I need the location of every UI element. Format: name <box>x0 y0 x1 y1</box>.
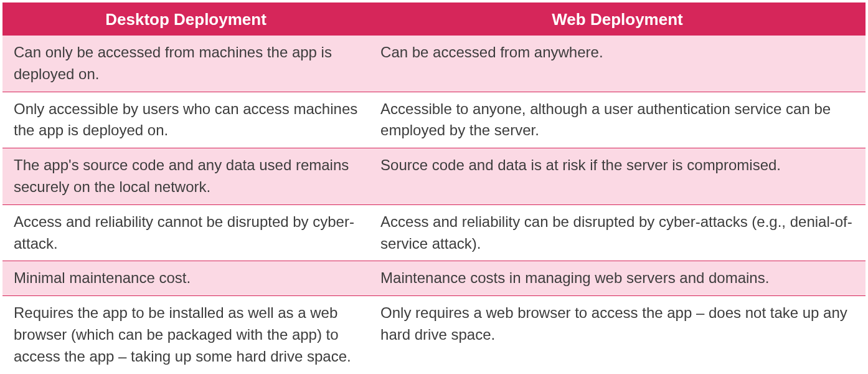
cell-web: Access and reliability can be disrupted … <box>369 204 866 261</box>
cell-desktop: Minimal maintenance cost. <box>2 261 369 296</box>
header-desktop-deployment: Desktop Deployment <box>2 3 369 36</box>
cell-web: Can be accessed from anywhere. <box>369 36 866 92</box>
table-row: Minimal maintenance cost. Maintenance co… <box>2 261 866 296</box>
cell-desktop: The app's source code and any data used … <box>2 148 369 205</box>
cell-web: Maintenance costs in managing web server… <box>369 261 866 296</box>
table-row: Access and reliability cannot be disrupt… <box>2 204 866 261</box>
table-header-row: Desktop Deployment Web Deployment <box>2 3 866 36</box>
table-row: Requires the app to be installed as well… <box>2 296 866 374</box>
header-web-deployment: Web Deployment <box>369 3 866 36</box>
cell-web: Accessible to anyone, although a user au… <box>369 92 866 148</box>
cell-web: Only requires a web browser to access th… <box>369 296 866 374</box>
cell-desktop: Only accessible by users who can access … <box>2 92 369 148</box>
cell-web: Source code and data is at risk if the s… <box>369 148 866 205</box>
comparison-table: Desktop Deployment Web Deployment Can on… <box>2 2 866 374</box>
cell-desktop: Can only be accessed from machines the a… <box>2 36 369 92</box>
cell-desktop: Requires the app to be installed as well… <box>2 296 369 374</box>
cell-desktop: Access and reliability cannot be disrupt… <box>2 204 369 261</box>
table-row: Only accessible by users who can access … <box>2 92 866 148</box>
table-row: The app's source code and any data used … <box>2 148 866 205</box>
table-row: Can only be accessed from machines the a… <box>2 36 866 92</box>
